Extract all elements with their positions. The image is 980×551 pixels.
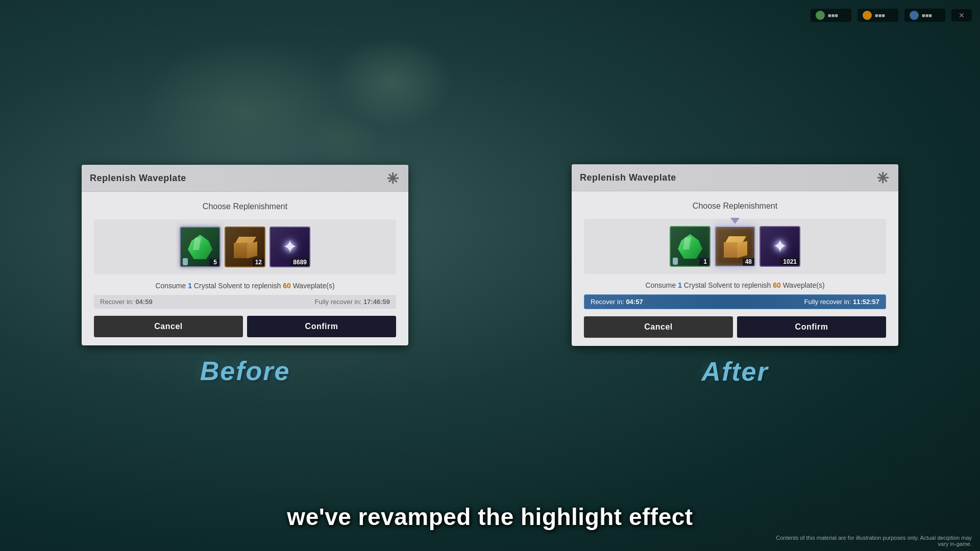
before-close-icon <box>387 172 399 184</box>
after-consume-suffix: Waveplate(s) <box>781 281 825 289</box>
hud-label-3: ■■■ <box>922 12 932 18</box>
after-cube-brown-icon <box>723 234 747 259</box>
after-item-crystal-img: 1 <box>670 226 710 267</box>
after-cube-left-face <box>724 242 738 258</box>
after-label: After <box>701 356 768 387</box>
after-cube-qty: 48 <box>743 258 754 266</box>
after-crystal-qty: 1 <box>699 258 709 266</box>
selection-arrow-icon <box>730 218 740 224</box>
before-item-star[interactable]: 8689 <box>270 227 310 267</box>
after-dialog-header: Replenish Waveplate <box>572 164 898 191</box>
after-star-qty: 1021 <box>780 258 799 266</box>
before-close-button[interactable] <box>386 171 400 185</box>
disclaimer-text: Contents of this material are for illust… <box>768 535 972 547</box>
after-recover-label: Recover in: 04:57 <box>591 298 643 306</box>
after-item-star[interactable]: 1021 <box>760 226 800 267</box>
before-consume-amount: 1 <box>188 282 192 290</box>
gem-green-icon <box>188 235 212 259</box>
after-buttons-row: Cancel Confirm <box>584 316 886 338</box>
after-dialog-body: Choose Replenishment 1 <box>572 191 898 346</box>
before-crystal-qty: 5 <box>209 259 219 266</box>
before-item-cube[interactable]: 12 <box>225 227 265 267</box>
before-star-qty: 8689 <box>290 259 309 266</box>
hud-item-3: ■■■ <box>904 9 945 22</box>
hud-label-1: ■■■ <box>828 12 838 18</box>
after-fully-recover-label: Fully recover in: 11:52:57 <box>804 298 879 306</box>
before-items-row: 5 12 <box>94 219 396 274</box>
before-consume-suffix: Waveplate(s) <box>291 282 335 290</box>
after-consume-amount: 1 <box>678 281 682 289</box>
hud-dot-blue <box>910 11 919 20</box>
after-choose-label: Choose Replenishment <box>584 202 886 211</box>
cube-left-face <box>234 243 248 258</box>
before-consume-prefix: Consume <box>155 282 188 290</box>
before-dialog: Replenish Waveplate Choose Replenishment <box>82 165 408 345</box>
before-consume-item: Crystal Solvent to replenish <box>192 282 283 290</box>
after-close-button[interactable] <box>876 170 890 185</box>
before-consume-text: Consume 1 Crystal Solvent to replenish 6… <box>94 282 396 290</box>
after-confirm-button[interactable]: Confirm <box>737 316 886 338</box>
hud-dot-green <box>816 11 825 20</box>
before-item-cube-img: 12 <box>225 227 265 267</box>
after-cancel-button[interactable]: Cancel <box>584 316 733 338</box>
hud-item-2: ■■■ <box>857 9 898 22</box>
content-area: Replenish Waveplate Choose Replenishment <box>0 0 980 551</box>
before-fully-recover-label: Fully recover in: 17:46:59 <box>315 298 390 306</box>
subtitle-text: we've revamped the highlight effect <box>287 504 693 530</box>
before-recover-label: Recover in: 04:59 <box>100 298 153 306</box>
before-item-crystal[interactable]: 5 <box>180 227 220 267</box>
after-consume-prefix: Consume <box>645 281 678 289</box>
before-cancel-button[interactable]: Cancel <box>94 316 243 337</box>
after-item-crystal[interactable]: 1 <box>670 226 710 267</box>
star-crystal-icon <box>278 235 302 259</box>
before-consume-waveplate: 60 <box>283 282 291 290</box>
before-item-crystal-img: 5 <box>180 227 220 267</box>
before-cube-qty: 12 <box>253 259 264 266</box>
before-panel-wrapper: Replenish Waveplate Choose Replenishment <box>0 155 490 396</box>
hud-label-2: ■■■ <box>875 12 885 18</box>
cube-brown-icon <box>233 235 257 259</box>
before-label: Before <box>200 356 290 386</box>
subtitle-area: we've revamped the highlight effect <box>287 503 693 531</box>
after-star-crystal-icon <box>768 234 792 259</box>
before-confirm-button[interactable]: Confirm <box>247 316 396 337</box>
cube-right-face <box>247 241 257 258</box>
after-gem-green-icon <box>678 234 702 259</box>
hud-item-1: ■■■ <box>811 9 851 22</box>
after-item-star-img: 1021 <box>760 226 800 267</box>
after-water-icon <box>673 258 678 265</box>
after-consume-text: Consume 1 Crystal Solvent to replenish 6… <box>584 281 886 289</box>
before-recover-bar: Recover in: 04:59 Fully recover in: 17:4… <box>94 295 396 309</box>
after-cube-right-face <box>737 241 747 258</box>
water-icon <box>183 258 188 265</box>
after-items-row: 1 48 <box>584 219 886 274</box>
before-dialog-title: Replenish Waveplate <box>90 173 186 184</box>
before-dialog-body: Choose Replenishment 5 <box>82 192 408 345</box>
after-consume-item: Crystal Solvent to replenish <box>682 281 773 289</box>
after-close-icon <box>877 172 889 183</box>
after-item-cube-img: 48 <box>715 226 755 267</box>
hud-item-4: ✕ <box>951 9 972 21</box>
after-recover-bar: Recover in: 04:57 Fully recover in: 11:5… <box>584 294 886 309</box>
before-buttons-row: Cancel Confirm <box>94 316 396 337</box>
hud-close-icon: ✕ <box>959 11 965 19</box>
after-panel-wrapper: Replenish Waveplate Choose Replenishment <box>490 154 980 397</box>
hud-dot-orange <box>863 11 872 20</box>
after-dialog: Replenish Waveplate Choose Replenishment <box>572 164 898 346</box>
before-choose-label: Choose Replenishment <box>94 202 396 211</box>
top-hud: ■■■ ■■■ ■■■ ✕ <box>0 0 980 31</box>
after-consume-waveplate: 60 <box>773 281 781 289</box>
after-dialog-title: Replenish Waveplate <box>580 172 676 183</box>
after-item-cube[interactable]: 48 <box>715 226 755 267</box>
before-dialog-header: Replenish Waveplate <box>82 165 408 192</box>
before-item-star-img: 8689 <box>270 227 310 267</box>
